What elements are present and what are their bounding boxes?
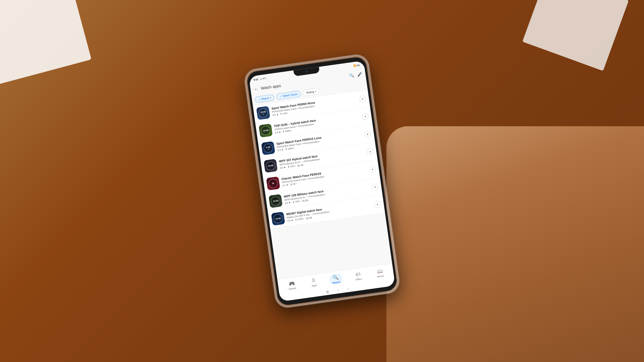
bottom-nav-item-apps[interactable]: ⠿ Apps — [308, 276, 320, 288]
app-rating: 4.4 ★ — [275, 131, 281, 134]
back-system-button[interactable]: ‹ — [347, 287, 348, 290]
app-price: $1.99 — [302, 199, 308, 202]
app-list: 19:05 24 Sport Watch Face PER04 Nova PER… — [253, 89, 392, 279]
mic-icon[interactable]: 🎤 — [357, 72, 362, 77]
app-price: $1.89 — [306, 216, 312, 219]
app-icon: 10:09 — [271, 211, 285, 226]
bnav-icon: ⠿ — [312, 278, 316, 284]
bottom-nav-item-books[interactable]: 📖 Books — [374, 267, 386, 279]
signal-icons: ▲ G ⬡ — [260, 77, 266, 80]
bnav-label: Games — [288, 287, 296, 290]
app-downloads: ⬇ 5K+ — [290, 182, 297, 186]
filter-chip-watch[interactable]: ✓ Watch ▾ — [254, 94, 275, 103]
front-camera — [306, 70, 308, 73]
status-time: 9:52 ▲ G ⬡ — [253, 77, 266, 81]
chevron-down-icon: ▾ — [270, 96, 271, 99]
expand-button[interactable]: ▾ — [366, 148, 374, 155]
search-icon[interactable]: 🔍 — [349, 73, 354, 78]
nav-icons: 🔍 🎤 — [349, 72, 362, 78]
app-downloads: ⬇ 100K+ — [285, 147, 295, 151]
status-right: 📶 6% — [353, 64, 360, 67]
check-icon-2: ✓ — [280, 95, 282, 98]
wifi-icon: 📶 — [353, 64, 356, 67]
recent-apps-button[interactable]: ||| — [326, 290, 329, 293]
app-icon: 2:48 24 — [261, 141, 275, 155]
app-rating: 4.3 ★ — [285, 201, 291, 205]
app-price: $1.99 — [297, 163, 303, 167]
app-downloads: ⬇ 10K+ — [288, 164, 296, 168]
time-display: 9:52 — [253, 78, 258, 81]
app-downloads: ⬇ 10K+ — [280, 111, 288, 115]
bnav-label: Search — [332, 280, 340, 284]
bnav-icon: 📖 — [377, 268, 383, 275]
battery-display: 6% — [356, 64, 360, 66]
back-button[interactable]: ← — [254, 86, 259, 92]
chevron-down-icon-2: ▾ — [315, 90, 316, 93]
app-rating: 4.4 ★ — [277, 148, 284, 152]
bnav-label: Apps — [312, 284, 317, 287]
bnav-label: Offers — [356, 277, 362, 281]
bnav-label: Books — [377, 274, 384, 278]
bottom-nav-item-games[interactable]: 🎮 Games — [285, 279, 299, 292]
app-rating: 4.5 ★ — [287, 219, 294, 222]
expand-button[interactable]: ▾ — [369, 166, 376, 173]
check-icon: ✓ — [258, 98, 260, 101]
bnav-icon: 🔍 — [332, 274, 339, 281]
app-downloads: ⬇ 500K+ — [282, 129, 292, 133]
bnav-icon: 🎮 — [288, 281, 295, 287]
app-icon: 19:05 24 — [256, 106, 270, 120]
chip-watchfaces-label: Watch faces — [282, 92, 298, 98]
bnav-icon: 🏷 — [355, 271, 361, 278]
filter-chip-rating[interactable]: Rating ▾ — [302, 88, 320, 96]
expand-button[interactable]: ▾ — [362, 113, 369, 120]
chip-watch-label: Watch — [261, 96, 269, 101]
hand-background — [386, 126, 644, 362]
bottom-nav-item-search[interactable]: 🔍 Search — [329, 273, 343, 285]
app-icon: 10:08 — [268, 194, 283, 208]
app-icon: 10:08 — [264, 159, 278, 173]
app-downloads: ⬇ 10K+ — [292, 199, 301, 203]
app-rating: 4.1 ★ — [282, 183, 288, 187]
app-rating: 4.0 ★ — [280, 166, 286, 169]
app-rating: 4.5 ★ — [272, 113, 279, 117]
app-icon: 10:08 — [259, 123, 273, 138]
expand-button[interactable]: ▾ — [371, 183, 379, 190]
app-icon: M — [266, 177, 280, 190]
home-button[interactable]: ○ — [337, 288, 339, 292]
expand-button[interactable]: ▾ — [359, 95, 366, 102]
expand-button[interactable]: ▾ — [374, 201, 381, 208]
expand-button[interactable]: ▾ — [364, 131, 371, 138]
app-downloads: ⬇ 100K+ — [295, 217, 304, 221]
bottom-nav-item-offers[interactable]: 🏷 Offers — [352, 270, 365, 282]
chip-rating-label: Rating — [306, 90, 314, 94]
filter-chip-watchfaces[interactable]: ✓ Watch faces — [276, 90, 302, 100]
